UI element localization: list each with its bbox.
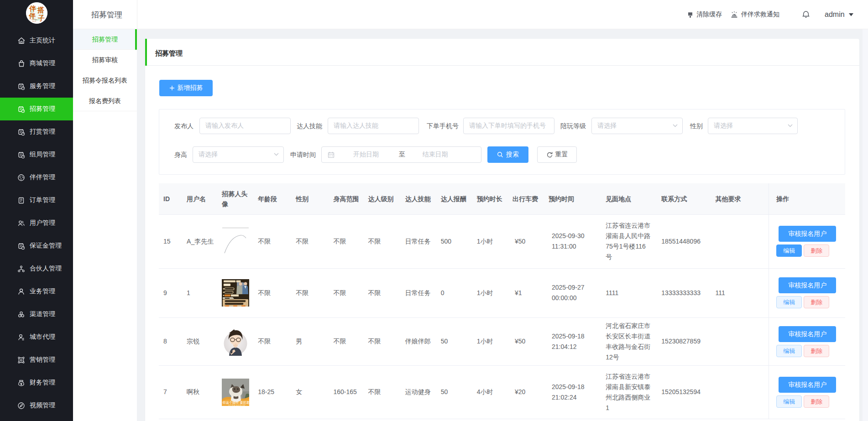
svg-text:伴: 伴 <box>29 5 36 12</box>
svg-text:快手弹幕 精彩弹子圈: 快手弹幕 精彩弹子圈 <box>228 404 245 406</box>
svg-text:子: 子 <box>37 15 45 22</box>
svg-text:搭: 搭 <box>37 6 45 14</box>
svg-text:Da Zi: Da Zi <box>32 21 36 22</box>
